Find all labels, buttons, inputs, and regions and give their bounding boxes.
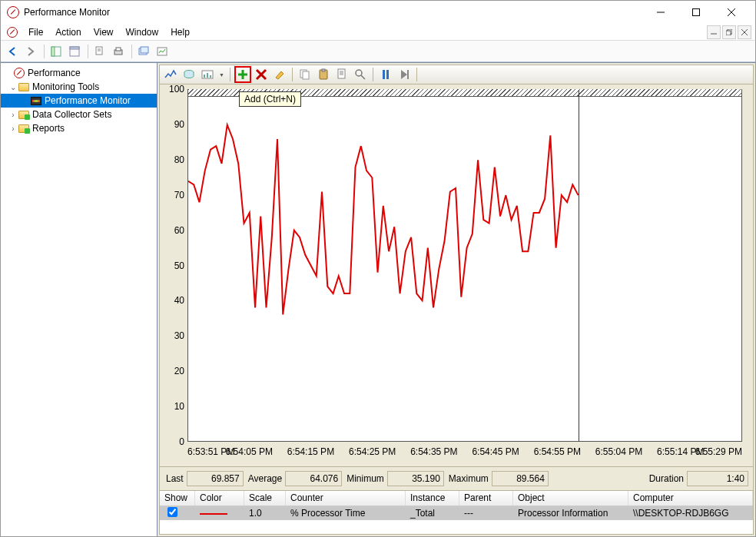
freeze-display-button[interactable] <box>377 66 394 83</box>
show-hide-action-pane-button[interactable] <box>48 43 65 60</box>
svg-rect-33 <box>322 69 325 71</box>
window-title: Performance Monitor <box>24 7 110 18</box>
stat-last-value: 69.857 <box>187 471 244 486</box>
folder-icon <box>18 83 29 91</box>
col-scale[interactable]: Scale <box>244 491 286 506</box>
svg-rect-12 <box>70 47 79 49</box>
menubar: File Action View Window Help <box>1 24 755 41</box>
view-current-activity-button[interactable] <box>162 66 179 83</box>
titlebar: Performance Monitor <box>1 1 755 24</box>
col-counter[interactable]: Counter <box>286 491 406 506</box>
add-counter-button[interactable] <box>234 66 251 83</box>
col-parent[interactable]: Parent <box>459 491 513 506</box>
col-instance[interactable]: Instance <box>406 491 459 506</box>
stat-last-label: Last <box>166 473 184 484</box>
mdi-restore-button[interactable] <box>722 25 736 39</box>
col-color[interactable]: Color <box>195 491 244 506</box>
show-checkbox[interactable] <box>167 507 177 517</box>
tree-monitoring-tools[interactable]: ⌄ Monitoring Tools <box>1 80 157 94</box>
stat-min-label: Minimum <box>346 473 384 484</box>
chart-toolbar: ▼ <box>159 65 754 85</box>
new-window-button[interactable] <box>135 43 152 60</box>
show-hide-console-tree-button[interactable] <box>66 43 83 60</box>
mmc-toolbar <box>1 41 755 62</box>
x-axis-ticks: 6:53:51 PM6:54:05 PM6:54:15 PM6:54:25 PM… <box>187 445 742 463</box>
counter-table-header: Show Color Scale Counter Instance Parent… <box>160 491 753 506</box>
cell-object: Processor Information <box>513 508 628 519</box>
color-swatch <box>200 513 227 515</box>
menu-action[interactable]: Action <box>49 25 87 39</box>
col-show[interactable]: Show <box>160 491 195 506</box>
cell-counter: % Processor Time <box>286 508 406 519</box>
stats-bar: Last 69.857 Average 64.076 Minimum 35.19… <box>159 467 754 490</box>
svg-rect-17 <box>116 48 121 51</box>
right-pane: ▼ Add (Ctrl+N) 0102030405060708090100 <box>158 63 755 536</box>
svg-rect-31 <box>303 71 309 79</box>
svg-rect-34 <box>338 69 345 78</box>
data-line <box>188 90 741 441</box>
svg-rect-25 <box>210 75 211 78</box>
tooltip-add: Add (Ctrl+N) <box>239 91 301 107</box>
tree-performance-monitor[interactable]: Performance Monitor <box>1 94 157 108</box>
col-computer[interactable]: Computer <box>628 491 753 506</box>
svg-rect-6 <box>726 31 731 35</box>
mdi-close-button[interactable] <box>738 25 751 39</box>
copy-properties-button[interactable] <box>297 66 313 83</box>
change-graph-type-button[interactable] <box>199 66 216 83</box>
tree-root-performance[interactable]: Performance <box>1 66 157 80</box>
svg-line-39 <box>361 75 365 79</box>
svg-rect-19 <box>141 47 148 53</box>
cell-computer: \\DESKTOP-RDJB6GG <box>628 508 753 519</box>
maximize-button[interactable] <box>678 1 714 24</box>
tree-reports[interactable]: › Reports <box>1 121 157 135</box>
col-object[interactable]: Object <box>513 491 628 506</box>
counter-table: Show Color Scale Counter Instance Parent… <box>159 490 754 535</box>
menu-file[interactable]: File <box>22 25 49 39</box>
view-log-data-button[interactable] <box>181 66 197 83</box>
menu-window[interactable]: Window <box>120 25 165 39</box>
stat-avg-value: 64.076 <box>285 471 342 486</box>
forward-button[interactable] <box>22 43 39 60</box>
update-data-button[interactable] <box>396 66 413 83</box>
svg-rect-1 <box>693 9 700 16</box>
stat-avg-label: Average <box>248 473 282 484</box>
close-button[interactable] <box>714 1 749 24</box>
cell-scale: 1.0 <box>244 508 286 519</box>
view-log-button[interactable] <box>154 43 171 60</box>
minimize-button[interactable] <box>643 1 678 24</box>
chart-container: 0102030405060708090100 6:53:51 PM6:54:05… <box>159 85 754 467</box>
back-button[interactable] <box>4 43 21 60</box>
stat-min-value: 35.190 <box>387 471 444 486</box>
print-button[interactable] <box>110 43 127 60</box>
app-icon <box>7 6 19 18</box>
stat-max-label: Maximum <box>449 473 489 484</box>
y-axis-ticks: 0102030405060708090100 <box>161 89 186 442</box>
zoom-button[interactable] <box>352 66 369 83</box>
menu-view[interactable]: View <box>88 25 120 39</box>
svg-rect-24 <box>207 73 208 78</box>
cell-parent: --- <box>459 508 513 519</box>
properties-counter-button[interactable] <box>333 66 350 83</box>
tree-data-collector-sets[interactable]: › Data Collector Sets <box>1 108 157 121</box>
folder-icon <box>18 111 29 119</box>
plot-area[interactable] <box>187 89 742 442</box>
stat-dur-value: 1:40 <box>687 471 748 486</box>
monitor-icon <box>31 97 41 105</box>
menu-help[interactable]: Help <box>164 25 196 39</box>
svg-rect-23 <box>204 75 205 78</box>
mdi-minimize-button[interactable] <box>707 25 721 39</box>
delete-counter-button[interactable] <box>253 66 270 83</box>
svg-rect-10 <box>51 47 55 56</box>
svg-point-38 <box>356 70 362 76</box>
properties-button[interactable] <box>91 43 108 60</box>
content-area: Performance ⌄ Monitoring Tools Performan… <box>1 62 755 536</box>
stat-dur-label: Duration <box>649 473 684 484</box>
cell-instance: _Total <box>406 508 459 519</box>
folder-icon <box>18 124 29 133</box>
app-icon-small <box>7 27 18 38</box>
paste-counter-list-button[interactable] <box>315 66 332 83</box>
counter-table-row[interactable]: 1.0 % Processor Time _Total --- Processo… <box>160 506 753 520</box>
highlight-button[interactable] <box>271 66 288 83</box>
svg-rect-41 <box>386 70 389 79</box>
graph-type-dropdown-arrow[interactable]: ▼ <box>219 72 224 78</box>
